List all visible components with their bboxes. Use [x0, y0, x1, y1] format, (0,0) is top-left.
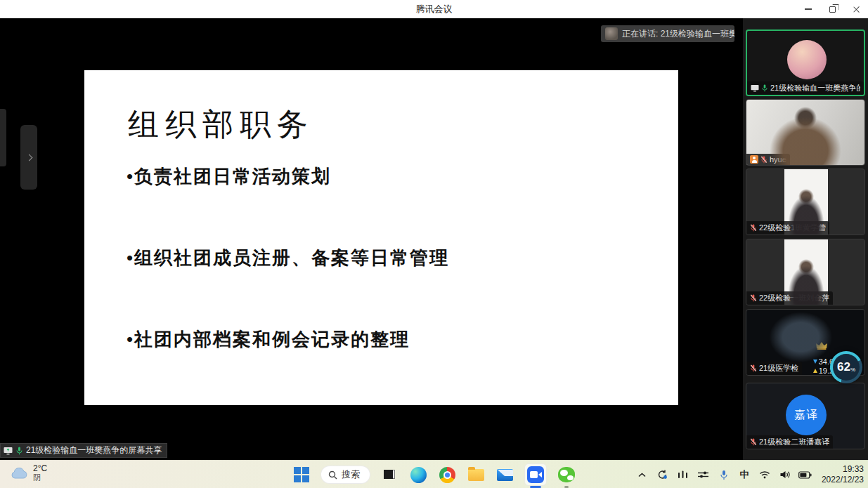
net-meter-icon: [678, 470, 688, 479]
avatar-initials: 嘉译: [786, 395, 827, 435]
mic-muted-icon: [750, 364, 757, 372]
window-controls: [796, 0, 868, 18]
battery-tray-button[interactable]: [798, 465, 812, 484]
file-explorer-button[interactable]: [466, 464, 486, 485]
side-panel-strip[interactable]: [0, 109, 6, 166]
close-button[interactable]: [844, 0, 868, 18]
sliders-icon: [698, 470, 708, 479]
mic-on-icon: [761, 84, 768, 92]
participant-sidebar: 21级检验输血一班樊燕争的屏幕... hyue 22级检验1班黄学蕾 22级检验…: [743, 18, 868, 460]
slide-bullet: •社团内部档案和例会记录的整理: [127, 327, 410, 352]
slide-bullet: •负责社团日常活动策划: [127, 164, 331, 189]
download-arrow-icon: [813, 360, 817, 364]
share-banner-label: 21级检验输血一班樊燕争的屏幕共享: [26, 444, 162, 456]
restore-icon: [829, 6, 836, 13]
system-tray: 中 19:33 2022/12/23: [635, 461, 864, 488]
sync-icon: [657, 470, 668, 480]
participant-tile[interactable]: 22级检验1班黄学蕾: [746, 169, 865, 235]
mic-muted-icon: [750, 438, 757, 446]
edge-icon: [410, 467, 427, 483]
expand-panel-handle[interactable]: [20, 125, 37, 190]
battery-icon: [798, 471, 812, 479]
search-box[interactable]: 搜索: [320, 466, 370, 484]
avatar: [787, 40, 827, 79]
participant-label: 22级检验一班刘金萍: [746, 291, 833, 305]
mic-muted-icon: [760, 156, 767, 164]
window-title: 腾讯会议: [416, 3, 453, 15]
participant-tile[interactable]: 嘉译 21级检验二班潘嘉译: [746, 383, 865, 449]
mail-button[interactable]: [495, 464, 514, 485]
mail-icon: [497, 469, 513, 481]
search-label: 搜索: [342, 468, 360, 481]
participant-tile-sharer[interactable]: 21级检验输血一班樊燕争的屏幕...: [746, 29, 865, 96]
participant-label: 22级检验1班黄学蕾: [746, 221, 829, 235]
wechat-icon: [558, 467, 575, 482]
screen-share-icon: [4, 447, 13, 455]
wifi-tray-button[interactable]: [758, 465, 772, 484]
taskbar: 2°C 阴 搜索: [0, 460, 868, 488]
participant-label: 21级医学检: [746, 362, 802, 375]
app-window: 腾讯会议 正在讲话: 21级检验输血一班樊... 组织部职务 •负责社团日常活动…: [0, 0, 868, 488]
mic-on-icon: [15, 447, 23, 455]
upload-arrow-icon: [813, 369, 817, 373]
clock-date: 2022/12/23: [822, 475, 864, 485]
participant-name: 21级检验输血一班樊燕争的屏幕...: [770, 83, 860, 93]
net-meter-tray-button[interactable]: [676, 465, 690, 484]
person-badge-icon: [750, 155, 758, 164]
start-icon: [294, 467, 309, 482]
ime-label: 中: [739, 468, 749, 481]
task-view-button[interactable]: [380, 464, 399, 485]
meeting-app-button[interactable]: [524, 464, 548, 485]
tray-overflow-button[interactable]: [635, 465, 649, 484]
badge-value: 62: [837, 360, 850, 374]
folder-icon: [468, 469, 484, 481]
mic-muted-icon: [750, 224, 757, 232]
task-view-icon: [382, 467, 397, 482]
participant-name: hyue: [770, 155, 786, 164]
participant-name: 22级检验一班刘金萍: [759, 293, 829, 303]
restore-button[interactable]: [820, 0, 844, 18]
speaker-icon: [779, 470, 791, 479]
slide-bullet: •组织社团成员注册、备案等日常管理: [127, 246, 449, 270]
speaking-indicator[interactable]: 正在讲话: 21级检验输血一班樊...: [601, 25, 734, 42]
edge-button[interactable]: [408, 464, 428, 485]
mic-tray-button[interactable]: [717, 465, 731, 484]
start-button[interactable]: [292, 464, 311, 485]
screen-share-banner: 21级检验输血一班樊燕争的屏幕共享: [0, 443, 167, 458]
chevron-right-icon: [25, 154, 32, 161]
clock[interactable]: 19:33 2022/12/23: [819, 464, 864, 485]
clock-time: 19:33: [843, 464, 864, 475]
chrome-button[interactable]: [437, 464, 457, 485]
wifi-icon: [759, 470, 770, 479]
participant-tile[interactable]: hyue: [746, 99, 865, 166]
title-bar: 腾讯会议: [0, 0, 868, 18]
badge-inner: 62 %: [833, 354, 860, 381]
slide-title: 组织部职务: [128, 104, 314, 145]
participant-label: 21级检验输血一班樊燕争的屏幕...: [747, 81, 864, 95]
shared-screen-area: 正在讲话: 21级检验输血一班樊... 组织部职务 •负责社团日常活动策划 •组…: [0, 18, 743, 460]
volume-tray-button[interactable]: [778, 465, 792, 484]
chevron-up-icon: [638, 473, 646, 477]
sliders-tray-button[interactable]: [697, 465, 711, 484]
participant-label: hyue: [746, 154, 790, 165]
participant-tile[interactable]: 22级检验一班刘金萍: [746, 239, 865, 305]
battery-percent-badge[interactable]: 62 %: [830, 351, 862, 383]
presentation-slide: 组织部职务 •负责社团日常活动策划 •组织社团成员注册、备案等日常管理 •社团内…: [84, 70, 678, 405]
mic-muted-icon: [750, 294, 757, 302]
meeting-icon: [527, 466, 544, 483]
sync-tray-button[interactable]: [656, 465, 670, 484]
screen-share-icon: [751, 84, 759, 92]
speaking-label: 正在讲话: 21级检验输血一班樊...: [622, 28, 734, 40]
wechat-button[interactable]: [557, 464, 576, 485]
chrome-icon: [439, 467, 455, 483]
minimize-button[interactable]: [796, 0, 820, 18]
mic-tray-icon: [720, 470, 728, 480]
speaker-avatar: [605, 27, 618, 40]
search-icon: [328, 470, 337, 480]
participant-name: 21级检验二班潘嘉译: [759, 437, 829, 447]
close-icon: [853, 6, 860, 13]
ime-indicator[interactable]: 中: [737, 465, 751, 484]
participant-name: 22级检验1班黄学蕾: [759, 223, 826, 233]
minimize-icon: [805, 8, 812, 10]
crown-icon: [815, 341, 828, 350]
